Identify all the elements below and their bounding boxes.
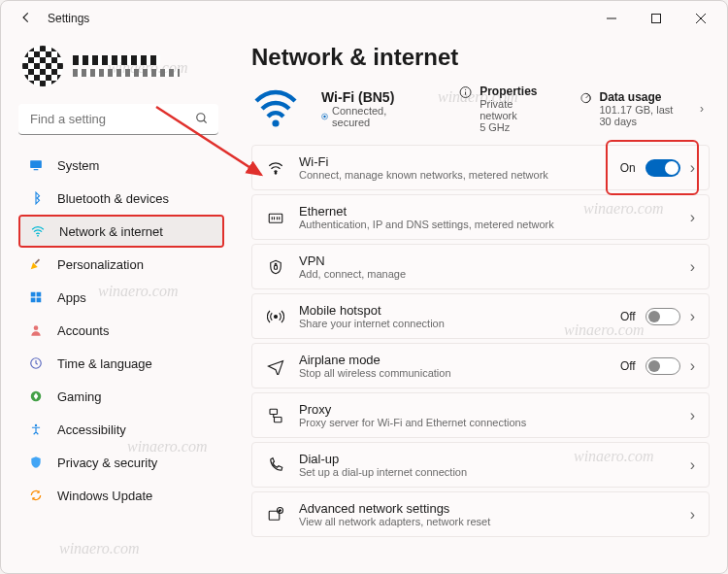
svg-point-17 <box>35 424 37 426</box>
svg-rect-7 <box>34 169 39 170</box>
svg-rect-27 <box>275 265 278 269</box>
sidebar-item-update[interactable]: Windows Update <box>18 479 224 512</box>
sidebar-item-label: Privacy & security <box>57 456 157 470</box>
window-title: Settings <box>48 12 89 25</box>
airplane-icon <box>266 356 285 376</box>
back-button[interactable] <box>17 11 36 27</box>
sidebar-item-label: Personalization <box>57 257 144 272</box>
row-wifi[interactable]: Wi-FiConnect, manage known networks, met… <box>251 145 710 190</box>
ethernet-icon <box>266 208 285 227</box>
wifi-icon <box>266 158 285 178</box>
titlebar: Settings <box>1 1 727 36</box>
chevron-right-icon[interactable]: › <box>690 209 695 226</box>
sidebar-item-bluetooth[interactable]: Bluetooth & devices <box>18 182 224 215</box>
svg-rect-9 <box>35 259 40 264</box>
bluetooth-icon <box>28 190 44 206</box>
hotspot-toggle[interactable] <box>645 308 680 325</box>
svg-rect-1 <box>652 15 661 23</box>
network-icon <box>30 223 46 239</box>
sidebar-item-personalization[interactable]: Personalization <box>18 248 224 281</box>
chevron-right-icon[interactable]: › <box>690 159 695 177</box>
svg-point-14 <box>34 325 39 330</box>
row-dialup[interactable]: Dial-upSet up a dial-up internet connect… <box>251 442 710 488</box>
airplane-toggle[interactable] <box>645 357 680 375</box>
user-block[interactable] <box>18 42 224 98</box>
sidebar-item-privacy[interactable]: Privacy & security <box>18 446 224 479</box>
row-advanced[interactable]: Advanced network settingsView all networ… <box>251 491 710 537</box>
sidebar-item-accounts[interactable]: Accounts <box>18 314 224 347</box>
hero-row: Wi-Fi (BN5) Connected, secured Propertie… <box>251 84 710 133</box>
system-icon <box>28 157 44 173</box>
dialup-icon <box>266 456 285 475</box>
sidebar-item-system[interactable]: System <box>18 149 224 182</box>
svg-rect-6 <box>30 160 42 168</box>
chevron-right-icon[interactable]: › <box>690 308 695 325</box>
row-proxy[interactable]: ProxyProxy server for Wi-Fi and Ethernet… <box>251 392 710 438</box>
vpn-icon <box>266 257 285 277</box>
hero-data-usage[interactable]: Data usage101.17 GB, last 30 days <box>580 90 678 127</box>
sidebar-item-label: Network & internet <box>59 224 163 239</box>
search-box[interactable] <box>18 104 218 135</box>
accessibility-icon <box>28 422 44 437</box>
sidebar-item-label: Apps <box>57 290 86 305</box>
hero-status: Connected, secured <box>321 105 399 128</box>
maximize-button[interactable] <box>634 4 678 33</box>
svg-rect-26 <box>269 214 282 222</box>
hero-properties[interactable]: PropertiesPrivate network 5 GHz <box>459 84 540 133</box>
search-input[interactable] <box>18 104 218 135</box>
svg-point-8 <box>37 235 39 237</box>
wifi-toggle[interactable] <box>645 159 680 177</box>
settings-window: Settings System Blu <box>0 0 728 574</box>
row-hotspot[interactable]: Mobile hotspotShare your internet connec… <box>251 293 710 339</box>
user-name-redacted <box>73 55 160 65</box>
sidebar-item-gaming[interactable]: Gaming <box>18 380 224 413</box>
privacy-icon <box>28 455 44 470</box>
svg-rect-13 <box>37 298 42 303</box>
sidebar-item-label: Accessibility <box>57 422 126 437</box>
sidebar-item-label: Time & language <box>57 356 152 371</box>
svg-line-5 <box>204 120 207 123</box>
row-airplane[interactable]: Airplane modeStop all wireless communica… <box>251 343 710 388</box>
update-icon <box>28 488 44 503</box>
chevron-right-icon[interactable]: › <box>690 357 695 375</box>
svg-rect-10 <box>31 292 36 297</box>
chevron-right-icon[interactable]: › <box>690 258 695 276</box>
main-panel: Network & internet Wi-Fi (BN5) Connected… <box>234 36 727 573</box>
chevron-right-icon[interactable]: › <box>690 456 695 474</box>
chevron-right-icon[interactable]: › <box>700 102 710 116</box>
advanced-icon <box>266 505 285 524</box>
sidebar-item-accessibility[interactable]: Accessibility <box>18 413 224 446</box>
personalization-icon <box>28 256 44 272</box>
hotspot-icon <box>266 307 285 326</box>
minimize-button[interactable] <box>589 4 634 33</box>
chevron-right-icon[interactable]: › <box>690 506 695 523</box>
page-title: Network & internet <box>251 44 710 71</box>
accounts-icon <box>28 322 44 338</box>
svg-rect-11 <box>37 292 42 297</box>
hero-ssid: Wi-Fi (BN5) <box>321 89 399 105</box>
sidebar-item-time[interactable]: Time & language <box>18 347 224 380</box>
svg-point-18 <box>272 119 279 126</box>
svg-point-25 <box>275 172 277 174</box>
user-email-redacted <box>73 69 180 77</box>
row-vpn[interactable]: VPNAdd, connect, manage › <box>251 244 710 289</box>
sidebar-item-network[interactable]: Network & internet <box>18 215 224 248</box>
sidebar-item-label: Windows Update <box>57 489 152 503</box>
wifi-signal-icon <box>251 89 300 128</box>
sidebar-item-apps[interactable]: Apps <box>18 281 224 314</box>
row-ethernet[interactable]: EthernetAuthentication, IP and DNS setti… <box>251 194 710 240</box>
sidebar-item-label: Accounts <box>57 323 109 338</box>
time-icon <box>28 355 44 371</box>
sidebar-item-label: Bluetooth & devices <box>57 191 169 206</box>
chevron-right-icon[interactable]: › <box>690 407 695 424</box>
sidebar: System Bluetooth & devices Network & int… <box>1 36 234 573</box>
close-button[interactable] <box>678 4 723 33</box>
proxy-icon <box>266 406 285 425</box>
svg-point-28 <box>275 315 278 318</box>
gaming-icon <box>28 388 44 404</box>
avatar <box>22 46 63 86</box>
svg-rect-29 <box>270 409 278 414</box>
svg-point-20 <box>323 116 325 118</box>
sidebar-item-label: Gaming <box>57 389 102 404</box>
svg-rect-12 <box>31 298 36 303</box>
